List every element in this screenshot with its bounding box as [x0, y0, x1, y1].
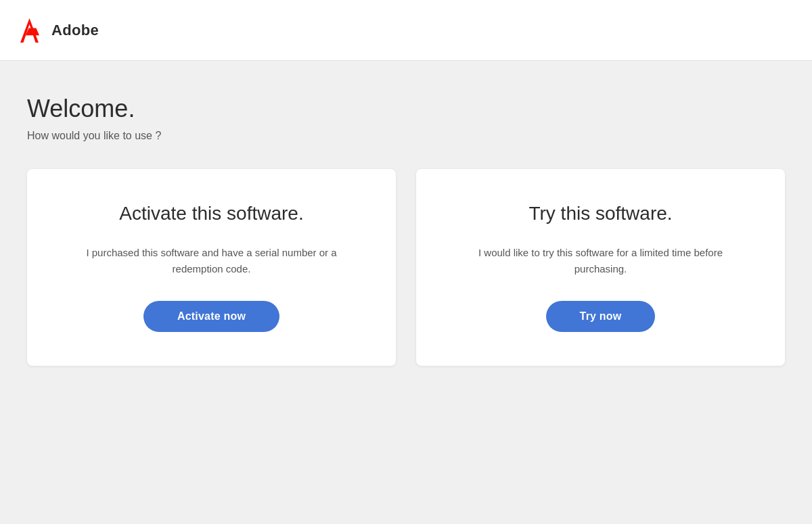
main-content: Welcome. How would you like to use ? Act…	[0, 61, 812, 400]
try-card-title: Try this software.	[528, 203, 672, 224]
try-card: Try this software. I would like to try t…	[416, 169, 785, 366]
adobe-logo: Adobe	[20, 18, 99, 43]
header: Adobe	[0, 0, 812, 61]
adobe-a-icon	[20, 18, 45, 43]
activate-card-description: I purchased this software and have a ser…	[83, 245, 340, 277]
welcome-title: Welcome.	[27, 95, 785, 123]
cards-container: Activate this software. I purchased this…	[27, 169, 785, 366]
activate-card: Activate this software. I purchased this…	[27, 169, 396, 366]
try-card-description: I would like to try this software for a …	[472, 245, 729, 277]
try-now-button[interactable]: Try now	[546, 301, 656, 332]
activate-card-title: Activate this software.	[119, 203, 303, 224]
adobe-wordmark: Adobe	[51, 22, 99, 39]
welcome-subtitle: How would you like to use ?	[27, 130, 785, 142]
activate-now-button[interactable]: Activate now	[143, 301, 279, 332]
